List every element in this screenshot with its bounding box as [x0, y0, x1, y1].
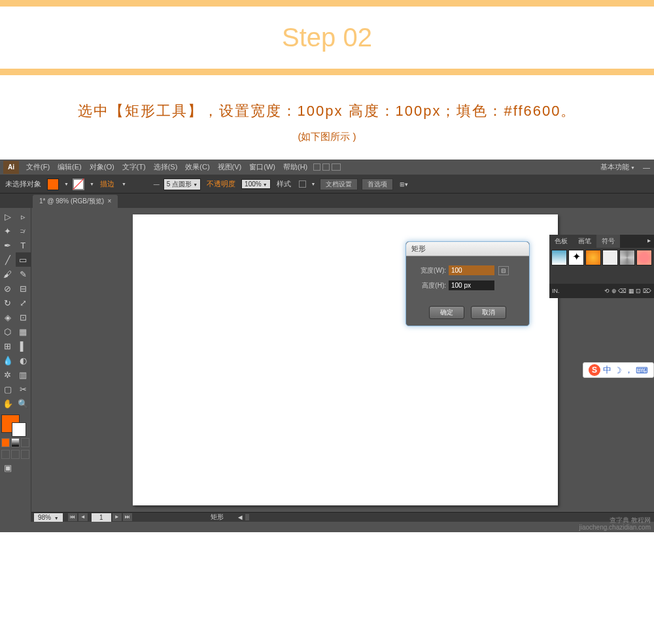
symbol-item[interactable] — [585, 250, 601, 265]
panel-library-icon[interactable]: IN. — [552, 288, 560, 294]
panel-tab-symbols[interactable]: 符号 — [596, 235, 620, 248]
chevron-down-icon[interactable]: ▼ — [88, 182, 94, 186]
stroke-color-box[interactable] — [12, 422, 26, 437]
free-transform-tool-icon[interactable]: ⊡ — [16, 310, 31, 324]
brush-tool-icon[interactable]: 🖌 — [0, 267, 16, 281]
rectangle-dialog: 矩形 宽度(W): ⊟ 高度(H): 确定 取消 — [405, 241, 530, 326]
style-swatch[interactable] — [299, 180, 306, 188]
color-mode-gradient[interactable] — [11, 438, 20, 447]
rectangle-tool-icon[interactable]: ▭ — [16, 252, 31, 267]
opacity-field[interactable]: 100%▼ — [241, 179, 271, 189]
chevron-down-icon[interactable]: ▼ — [63, 182, 69, 186]
pen-tool-icon[interactable]: ✒ — [0, 238, 16, 252]
doc-setup-button[interactable]: 文档设置 — [320, 178, 358, 190]
stroke-label[interactable]: 描边 — [98, 179, 116, 189]
status-tool-label: 矩形 — [211, 513, 224, 522]
stroke-style-field[interactable]: 5 点圆形▼ — [164, 178, 201, 190]
color-mode-fill[interactable] — [1, 438, 10, 447]
decorative-bar-bottom — [0, 69, 654, 75]
cancel-button[interactable]: 取消 — [471, 306, 506, 319]
artboard-last-icon[interactable]: ⏭ — [123, 513, 132, 521]
graph-tool-icon[interactable]: ▥ — [16, 367, 31, 382]
workspace-label[interactable]: 基本功能▼ — [596, 162, 639, 172]
menu-effect[interactable]: 效果(C) — [181, 162, 213, 172]
scroll-thumb-h[interactable] — [245, 514, 249, 520]
menu-select[interactable]: 选择(S) — [150, 162, 182, 172]
selection-tool-icon[interactable]: ▷ — [0, 209, 16, 224]
panel-tab-brushes[interactable]: 画笔 — [573, 235, 596, 248]
menu-box-icon-2[interactable] — [322, 163, 330, 171]
magic-wand-tool-icon[interactable]: ✦ — [0, 224, 16, 238]
scale-tool-icon[interactable]: ⤢ — [16, 296, 31, 310]
rotate-tool-icon[interactable]: ↻ — [0, 296, 16, 310]
menu-window[interactable]: 窗口(W) — [245, 162, 279, 172]
shape-builder-tool-icon[interactable]: ⬡ — [0, 324, 16, 339]
panel-footer-icons[interactable]: ⟲ ⊕ ⌫ ▦ ⊡ ⌦ — [604, 288, 651, 294]
fill-swatch[interactable] — [47, 178, 59, 190]
artboard-tool-icon[interactable]: ▢ — [0, 382, 16, 396]
artboard-next-icon[interactable]: ► — [112, 513, 122, 521]
menu-object[interactable]: 对象(O) — [86, 162, 118, 172]
width-tool-icon[interactable]: ◈ — [0, 310, 16, 324]
blob-brush-tool-icon[interactable]: ⊘ — [0, 281, 16, 296]
perspective-tool-icon[interactable]: ▦ — [16, 324, 31, 339]
pencil-tool-icon[interactable]: ✎ — [16, 267, 31, 281]
gradient-tool-icon[interactable]: ▌ — [16, 339, 31, 353]
align-icon[interactable]: ⊞▾ — [400, 181, 408, 188]
ime-keyboard-icon[interactable]: ⌨ — [636, 365, 648, 375]
lasso-tool-icon[interactable]: ⟉ — [16, 224, 31, 238]
draw-mode-inside[interactable] — [21, 450, 29, 459]
line-tool-icon[interactable]: ╱ — [0, 252, 16, 267]
symbol-item[interactable] — [551, 250, 567, 265]
artboard-first-icon[interactable]: ⏮ — [68, 513, 77, 521]
symbol-sprayer-tool-icon[interactable]: ✲ — [0, 367, 16, 382]
symbol-item[interactable] — [619, 250, 635, 265]
menu-box-icon[interactable] — [313, 163, 320, 171]
blend-tool-icon[interactable]: ◐ — [16, 353, 31, 367]
color-mode-none[interactable] — [21, 438, 29, 447]
slice-tool-icon[interactable]: ✂ — [16, 382, 31, 396]
document-tab[interactable]: 1* @ 98% (RGB/预览) × — [33, 195, 118, 208]
menu-help[interactable]: 帮助(H) — [279, 162, 311, 172]
menu-grid-icon[interactable] — [332, 163, 341, 171]
type-tool-icon[interactable]: T — [16, 238, 31, 252]
panel-menu-icon[interactable]: ▸ — [644, 235, 654, 248]
eyedropper-tool-icon[interactable]: 💧 — [0, 353, 16, 367]
symbol-item[interactable] — [636, 250, 652, 265]
menu-type[interactable]: 文字(T) — [118, 162, 150, 172]
ime-punct[interactable]: ， — [625, 364, 633, 376]
screen-mode-icon[interactable]: ▣ — [0, 460, 16, 475]
ime-logo: S — [589, 364, 600, 376]
watermark: 查字典 教程网 jiaocheng.chazidian.com — [579, 517, 651, 531]
instruction-text: 选中【矩形工具】，设置宽度：100px 高度：100px；填色：#ff6600。 — [0, 75, 654, 131]
ime-toolbar[interactable]: S 中 ☽ ， ⌨ — [583, 362, 654, 378]
menu-edit[interactable]: 编辑(E) — [54, 162, 86, 172]
prefs-button[interactable]: 首选项 — [362, 178, 393, 190]
stroke-swatch[interactable] — [73, 178, 84, 190]
minimize-button[interactable]: — — [639, 163, 654, 171]
mesh-tool-icon[interactable]: ⊞ — [0, 339, 16, 353]
zoom-tool-icon[interactable]: 🔍 — [16, 396, 31, 411]
panel-tab-swatches[interactable]: 色板 — [549, 235, 573, 248]
draw-mode-normal[interactable] — [1, 450, 10, 459]
zoom-field[interactable]: 98% ▼ — [34, 513, 63, 522]
draw-mode-behind[interactable] — [11, 450, 20, 459]
symbols-panel: 色板 画笔 符号 ▸ ✦ IN. ⟲ ⊕ ⌫ ▦ ⊡ ⌦ — [549, 235, 654, 298]
ime-mode[interactable]: 中 — [603, 364, 611, 376]
symbol-item[interactable] — [602, 250, 618, 265]
width-input[interactable] — [449, 265, 494, 275]
eraser-tool-icon[interactable]: ⊟ — [16, 281, 31, 296]
direct-selection-tool-icon[interactable]: ▹ — [16, 209, 31, 224]
height-input[interactable] — [449, 280, 494, 290]
artboard-num-field[interactable]: 1 — [92, 513, 111, 522]
menu-file[interactable]: 文件(F) — [22, 162, 54, 172]
style-label[interactable]: 样式 — [275, 179, 293, 189]
hand-tool-icon[interactable]: ✋ — [0, 396, 16, 411]
moon-icon[interactable]: ☽ — [614, 365, 622, 375]
opacity-label[interactable]: 不透明度 — [205, 179, 237, 189]
artboard-prev-icon[interactable]: ◄ — [78, 513, 88, 521]
menu-view[interactable]: 视图(V) — [214, 162, 246, 172]
constrain-proportions-icon[interactable]: ⊟ — [498, 266, 509, 275]
scroll-left-icon[interactable]: ◄ — [237, 513, 244, 521]
ok-button[interactable]: 确定 — [429, 306, 464, 319]
